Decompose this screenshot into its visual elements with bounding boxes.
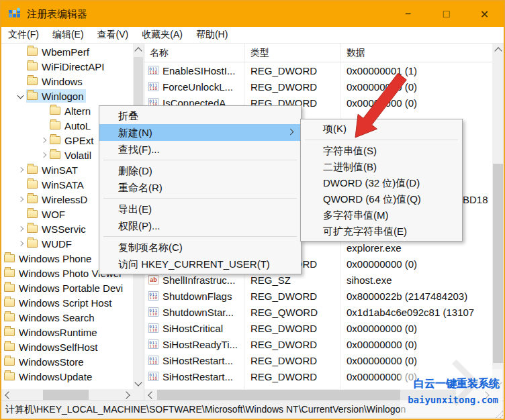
folder-icon [27,195,38,203]
dword-value-icon: 011110 [148,82,158,91]
submenu-item-qword-value[interactable]: QWORD (64 位)值(Q) [301,191,462,207]
tree-item[interactable]: WiFiDirectAPI [1,59,133,74]
menu-bar: 文件(F) 编辑(E) 查看(V) 收藏夹(A) 帮助(H) [1,27,504,44]
submenu-item-expandable-string-value[interactable]: 可扩充字符串值(E) [301,223,462,240]
tree-item[interactable]: Windows [1,74,133,89]
menu-separator [103,198,297,199]
tree-item-label: Windows Portable Devi [19,282,123,294]
watermark-url: baiyunxitong.com [408,395,498,405]
chevron-right-icon[interactable] [16,224,26,234]
folder-icon [27,77,38,85]
menu-item-goto-hkcu[interactable]: 访问 HKEY_CURRENT_USER(T) [99,256,301,272]
value-row[interactable]: 011110SiHostCriticalREG_DWORD0x00000000 … [144,320,492,336]
tree-item-label: Altern [64,105,91,117]
dword-value-icon: 011110 [148,323,158,333]
window-title: 注册表编辑器 [27,8,87,21]
menubar-item-help[interactable]: 帮助(H) [189,29,234,41]
chevron-right-icon[interactable] [16,239,26,249]
tree-item-winlogon[interactable]: Winlogon [1,89,133,103]
list-vscroll-thumb[interactable] [493,164,503,363]
tree-horizontal-scrollbar[interactable] [1,389,133,401]
chevron-right-icon[interactable] [39,150,49,160]
value-row[interactable]: 011110SiHostReadyTi...REG_DWORD0x0000000… [144,336,492,352]
submenu-item-multi-string-value[interactable]: 多字符串值(M) [301,207,462,223]
title-bar: 注册表编辑器 − □ ✕ [1,1,504,27]
menu-separator [103,236,297,237]
chevron-right-icon[interactable] [16,195,26,205]
folder-icon [27,62,38,70]
tree-item[interactable]: WindowsSelfHost [1,339,133,354]
tree-item[interactable]: Windows Script Host [1,295,133,310]
menu-item-new[interactable]: 新建(N) [99,124,301,141]
folder-icon [27,240,38,248]
chevron-right-icon[interactable] [16,165,26,175]
scroll-left-icon[interactable] [1,389,13,401]
menubar-item-view[interactable]: 查看(V) [91,29,136,41]
tree-item-label: GPExt [64,135,93,146]
column-header-name[interactable]: 名称 [144,44,245,62]
tree-item[interactable]: WindowsUpdate [1,369,133,384]
tree-item-label: Windows [42,76,83,87]
folder-icon [27,210,38,218]
dword-value-icon: 011110 [148,291,158,301]
tree-item-label: WbemPerf [42,46,89,58]
chevron-down-icon[interactable] [16,91,26,101]
tree-item-label: Windows Search [19,312,95,323]
minimize-button[interactable]: − [389,1,427,27]
menubar-item-edit[interactable]: 编辑(E) [46,29,91,41]
menu-item-delete[interactable]: 删除(D) [99,162,301,179]
scroll-up-icon[interactable] [492,44,504,55]
chevron-spacer [16,47,26,57]
value-row[interactable]: 011110SiHostRestart...REG_DWORD0x0000000… [144,352,492,368]
menubar-item-file[interactable]: 文件(F) [1,29,46,41]
menu-item-copy-key-name[interactable]: 复制项名称(C) [99,239,301,256]
menu-item-rename[interactable]: 重命名(R) [99,179,301,196]
tree-item-label: WinSATA [42,179,84,191]
string-value-icon: ab [148,275,158,284]
watermark-title: 白云一键重装系统 [414,377,500,391]
submenu-item-binary-value[interactable]: 二进制值(B) [301,159,462,175]
scroll-right-icon[interactable] [122,389,133,401]
value-row[interactable]: 011110ShutdownStar...REG_QWORD0x1d1ab4c6… [144,304,492,320]
menu-item-export[interactable]: 导出(E) [99,201,301,217]
scroll-left-icon[interactable] [144,389,156,401]
folder-icon [27,48,38,56]
menu-separator [103,160,297,160]
close-button[interactable]: ✕ [465,1,504,27]
tree-item-label: WindowsStore [19,356,84,368]
tree-item-label: WOF [42,209,65,220]
column-header-data[interactable]: 数据 [341,44,492,62]
submenu-arrow-icon [287,129,294,136]
scroll-down-icon[interactable] [133,378,144,389]
submenu-item-dword-value[interactable]: DWORD (32 位)值(D) [301,175,462,191]
chevron-spacer [39,106,49,116]
chevron-spacer [16,62,26,72]
folder-icon [27,225,38,233]
dword-value-icon: 011110 [148,339,158,349]
menubar-item-favorites[interactable]: 收藏夹(A) [135,29,189,41]
value-row[interactable]: 011110EnableSIHostI...REG_DWORD0x0000000… [144,62,492,78]
tree-hscroll-thumb[interactable] [43,390,89,400]
tree-item-label: WindowsUpdate [19,371,92,382]
tree-item[interactable]: WindowsStore [1,354,133,369]
column-header-type[interactable]: 类型 [245,44,341,62]
chevron-right-icon[interactable] [39,136,49,146]
tree-item[interactable]: Windows Search [1,310,133,325]
menu-item-collapse[interactable]: 折叠 [99,107,301,124]
tree-item-label: WindowsRuntime [19,327,97,338]
menu-item-find[interactable]: 查找(F)... [99,141,301,158]
menu-item-permissions[interactable]: 权限(P)... [99,217,301,234]
value-row[interactable]: 011110ForceUnlockL...REG_DWORD0x00000000… [144,78,492,95]
tree-item-label: Winlogon [42,91,84,102]
chevron-spacer [16,180,26,190]
scrollbar-corner [133,389,144,401]
tree-item-label: WiFiDirectAPI [42,61,104,72]
value-row[interactable]: 011110ShutdownFlagsREG_DWORD0x8000022b (… [144,288,492,304]
folder-icon [27,180,38,189]
maximize-button[interactable]: □ [427,1,465,27]
list-vertical-scrollbar[interactable] [492,44,504,389]
scroll-up-icon[interactable] [133,44,144,55]
tree-item[interactable]: WindowsRuntime [1,325,133,339]
tree-item[interactable]: WbemPerf [1,44,133,59]
tree-item[interactable]: Windows Portable Devi [1,280,133,295]
